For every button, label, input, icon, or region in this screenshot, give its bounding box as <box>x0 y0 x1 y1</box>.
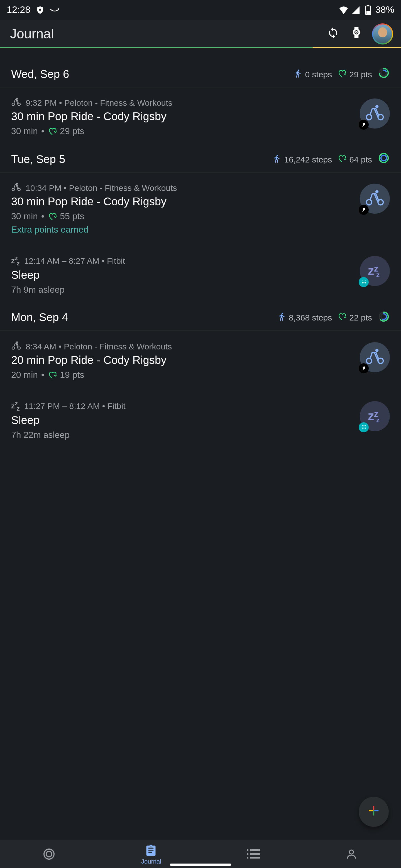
day-date: Mon, Sep 4 <box>11 311 271 324</box>
svg-point-20 <box>18 188 20 191</box>
day-header[interactable]: Mon, Sep 4 8,368 steps 22 pts <box>0 305 401 331</box>
svg-point-28 <box>362 282 363 283</box>
svg-rect-65 <box>250 857 260 859</box>
svg-point-22 <box>367 200 372 205</box>
shield-icon <box>35 5 45 15</box>
nav-home[interactable] <box>42 847 56 861</box>
nav-profile[interactable] <box>345 847 359 861</box>
activity-item[interactable]: 10:34 PM • Peloton - Fitness & Workouts … <box>0 173 401 245</box>
nav-handle[interactable] <box>170 864 231 866</box>
svg-rect-57 <box>373 810 374 811</box>
app-header: Journal <box>0 20 401 48</box>
svg-point-14 <box>375 105 378 108</box>
svg-point-41 <box>367 358 372 363</box>
steps-icon <box>277 312 286 323</box>
activity-meta: 9:32 PM • Peloton - Fitness & Workouts <box>11 97 352 108</box>
day-steps: 16,242 steps <box>273 154 332 164</box>
signal-icon <box>351 5 361 15</box>
svg-point-19 <box>12 188 15 191</box>
svg-point-42 <box>378 358 383 363</box>
svg-rect-55 <box>373 811 374 815</box>
svg-point-39 <box>18 347 20 349</box>
activity-cycling-avatar <box>360 184 390 214</box>
activity-stats: 7h 22m asleep <box>11 430 352 440</box>
heart-points-icon <box>48 371 57 379</box>
bike-icon <box>365 104 384 123</box>
watch-button[interactable] <box>349 26 364 41</box>
svg-point-12 <box>367 115 372 120</box>
svg-point-51 <box>364 428 364 429</box>
sleep-icon: zzz <box>11 255 20 267</box>
svg-point-38 <box>12 347 15 349</box>
activity-item[interactable]: 9:32 PM • Peloton - Fitness & Workouts 3… <box>0 87 401 146</box>
svg-point-10 <box>18 103 20 106</box>
activity-title: 20 min Pop Ride - Cody Rigsby <box>11 354 352 367</box>
sleep-icon: zzz <box>368 410 382 422</box>
svg-rect-62 <box>247 853 248 855</box>
nav-journal[interactable]: Journal <box>141 843 161 865</box>
svg-point-18 <box>381 155 386 161</box>
activity-meta: 10:34 PM • Peloton - Fitness & Workouts <box>11 183 352 193</box>
journal-list[interactable]: Wed, Sep 6 0 steps 29 pts 9:32 PM • Pelo… <box>0 48 401 840</box>
svg-point-0 <box>39 9 41 11</box>
svg-point-11 <box>16 98 18 99</box>
profile-avatar[interactable] <box>372 23 393 44</box>
sleep-icon: zzz <box>368 265 382 277</box>
bike-icon <box>11 97 21 108</box>
svg-rect-61 <box>250 849 260 851</box>
svg-point-49 <box>365 427 366 428</box>
avatar-image <box>373 24 392 43</box>
add-activity-fab[interactable] <box>359 797 389 827</box>
battery-icon <box>363 5 373 15</box>
watch-icon <box>350 26 363 41</box>
day-header[interactable]: Tue, Sep 5 16,242 steps 64 pts <box>0 146 401 173</box>
day-points: 22 pts <box>338 312 372 323</box>
heart-points-icon <box>48 212 57 221</box>
peloton-badge-icon <box>359 120 369 130</box>
svg-rect-53 <box>373 806 374 810</box>
svg-point-32 <box>364 283 364 284</box>
steps-icon <box>293 69 303 79</box>
wifi-icon <box>339 5 349 15</box>
status-right: 38% <box>339 4 394 16</box>
svg-point-21 <box>16 183 18 184</box>
svg-point-46 <box>365 425 365 426</box>
activity-item[interactable]: zzz 11:27 PM – 8:12 AM • Fitbit Sleep 7h… <box>0 390 401 450</box>
activity-cycling-avatar <box>360 98 390 128</box>
steps-icon <box>273 154 281 164</box>
activity-meta: zzz 11:27 PM – 8:12 AM • Fitbit <box>11 400 352 412</box>
sync-icon <box>327 26 339 41</box>
activity-meta: zzz 12:14 AM – 8:27 AM • Fitbit <box>11 255 352 267</box>
day-steps: 8,368 steps <box>277 312 332 323</box>
svg-point-13 <box>378 115 383 120</box>
activity-stats: 30 min•55 pts <box>11 211 352 221</box>
svg-point-23 <box>378 200 383 205</box>
svg-point-45 <box>364 425 364 426</box>
svg-point-47 <box>362 427 363 428</box>
day-ring-icon <box>378 67 390 81</box>
svg-point-44 <box>362 425 362 426</box>
amazon-icon <box>49 5 59 15</box>
nav-browse[interactable] <box>247 847 260 861</box>
day-header[interactable]: Wed, Sep 6 0 steps 29 pts <box>0 61 401 87</box>
sync-button[interactable] <box>325 26 341 41</box>
peloton-badge-icon <box>359 205 369 215</box>
heart-points-icon <box>338 69 346 79</box>
svg-point-43 <box>375 349 378 352</box>
svg-point-48 <box>363 427 364 428</box>
bike-icon <box>365 189 384 208</box>
activity-item[interactable]: 8:34 AM • Peloton - Fitness & Workouts 2… <box>0 331 401 390</box>
activity-sleep-avatar: zzz <box>360 401 390 431</box>
svg-rect-63 <box>250 853 260 855</box>
bike-icon <box>365 348 384 367</box>
status-left: 12:28 <box>7 4 59 16</box>
day-points: 64 pts <box>338 154 372 164</box>
svg-point-24 <box>375 190 378 193</box>
activity-item[interactable]: zzz 12:14 AM – 8:27 AM • Fitbit Sleep 7h… <box>0 245 401 305</box>
activity-title: Sleep <box>11 414 352 427</box>
plus-icon <box>367 803 381 820</box>
svg-point-29 <box>363 282 364 283</box>
status-time: 12:28 <box>7 4 30 16</box>
svg-point-26 <box>364 280 364 281</box>
bike-icon <box>11 183 21 193</box>
